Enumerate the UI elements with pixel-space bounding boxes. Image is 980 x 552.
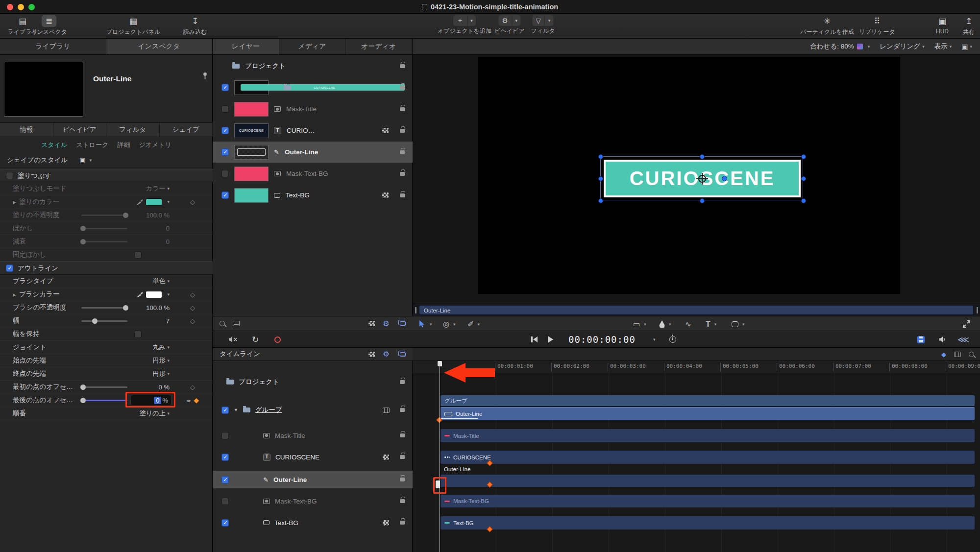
layer-row-mask-title[interactable]: Mask-Title — [213, 98, 413, 120]
fill-color-swatch[interactable] — [146, 198, 162, 206]
track-bar-text-bg[interactable]: Text-BG — [441, 516, 975, 529]
layer-visibility-checkbox[interactable] — [221, 476, 229, 483]
blend-column-icon[interactable] — [368, 320, 375, 327]
fill-mode-dropdown[interactable]: カラー▾ — [146, 184, 172, 193]
search-icon[interactable] — [220, 321, 225, 326]
end-cap-dropdown[interactable]: 円形▾ — [152, 369, 172, 378]
layer-row-text-bg[interactable]: Text-BG — [213, 185, 413, 206]
timeline-project-row[interactable]: プロジェクト — [213, 375, 413, 389]
adjust-tool[interactable]: ✐▾ — [467, 316, 480, 332]
track-bar-outer-line[interactable] — [441, 475, 975, 487]
subtab-style[interactable]: スタイル — [41, 141, 67, 149]
selection-handle[interactable] — [598, 198, 603, 203]
layers-column-icon[interactable] — [400, 352, 406, 357]
joint-dropdown[interactable]: 丸み▾ — [152, 343, 172, 352]
timeline-row-mask-text-bg[interactable]: Mask-Text-BG — [213, 493, 413, 509]
mute-button[interactable] — [228, 331, 238, 348]
view-dropdown[interactable]: 表示▾ — [934, 42, 952, 51]
tab-inspector[interactable]: インスペクタ — [106, 39, 213, 54]
lock-icon[interactable] — [400, 193, 405, 197]
width-slider[interactable] — [81, 320, 130, 322]
zoom-fit-dropdown[interactable]: 合わせる: 80%▾ — [810, 42, 870, 51]
start-cap-dropdown[interactable]: 円形▾ — [152, 356, 172, 365]
fill-opacity-slider[interactable] — [81, 215, 130, 216]
playhead-handle[interactable] — [438, 361, 442, 366]
layer-row-mask-text-bg[interactable]: Mask-Text-BG — [213, 163, 413, 184]
last-point-offset-animation-menu[interactable]: ◂▸ ◆ — [172, 396, 213, 404]
first-point-offset-slider[interactable] — [81, 386, 130, 388]
layer-visibility-checkbox[interactable] — [221, 170, 229, 177]
timeline-tracks-area[interactable]: グループ Outer-Line Mask-Title CURIOSCENE Ou… — [413, 373, 980, 552]
layer-row-outer-line[interactable]: ✎ Outer-Line — [213, 142, 413, 163]
layer-visibility-checkbox[interactable] — [221, 84, 229, 91]
hud-button[interactable]: ▣HUD — [936, 15, 949, 35]
transform-tool[interactable]: ◎▾ — [443, 316, 456, 332]
keyframes-toggle-icon[interactable]: ◆ — [941, 351, 946, 358]
disclosure-icon[interactable]: ▶ — [13, 200, 16, 205]
panel-toggle-icon[interactable] — [233, 321, 240, 326]
eyedropper-icon[interactable] — [136, 199, 143, 205]
shape-style-dropdown[interactable]: ▣▾ — [79, 156, 92, 164]
layers-column-icon[interactable] — [400, 321, 406, 326]
current-timecode[interactable]: 00:00:00:00 — [568, 331, 636, 348]
track-bar-group[interactable]: グループ — [441, 395, 975, 406]
preserve-width-checkbox[interactable] — [134, 331, 142, 338]
project-panel-button[interactable]: ▦プロジェクトパネル — [106, 15, 161, 36]
lock-icon[interactable] — [400, 433, 405, 437]
shape-tool[interactable]: ▾ — [732, 316, 745, 332]
make-particles-button[interactable]: ✳パーティクルを作成 — [800, 15, 854, 36]
layer-visibility-checkbox[interactable] — [221, 498, 229, 505]
film-icon[interactable] — [383, 408, 390, 413]
lock-icon[interactable] — [400, 521, 405, 525]
timecode-menu[interactable]: ▾ — [651, 331, 656, 348]
selection-handle[interactable] — [801, 198, 806, 203]
fullscreen-button[interactable] — [963, 316, 970, 332]
brush-opacity-animation-menu[interactable]: ◇ — [172, 304, 213, 312]
selection-bounding-box[interactable]: CURIOSCENE — [600, 156, 803, 200]
brush-color-animation-menu[interactable]: ◇ — [172, 291, 213, 298]
keyframe-nav-icon[interactable]: ◂▸ — [186, 398, 191, 403]
lock-icon[interactable] — [400, 86, 405, 90]
lock-icon[interactable] — [400, 455, 405, 459]
lock-icon[interactable] — [400, 499, 405, 503]
track-bar-mask-title[interactable]: Mask-Title — [441, 429, 975, 442]
view-layout-dropdown[interactable]: ▣▾ — [961, 43, 972, 50]
playhead[interactable] — [440, 361, 440, 552]
blend-icon[interactable] — [382, 192, 389, 198]
filters-button[interactable]: ▽▼ フィルタ — [531, 15, 555, 35]
share-button[interactable]: ↥共有 — [963, 15, 975, 36]
timebar-end-marker[interactable] — [977, 307, 978, 313]
zoom-timeline-icon[interactable] — [969, 352, 974, 357]
tab-info[interactable]: 情報 — [0, 123, 53, 137]
rectangle-tool[interactable]: ▭▾ — [633, 316, 646, 332]
selection-handle[interactable] — [700, 198, 705, 203]
tab-shape[interactable]: シェイプ — [160, 123, 213, 137]
loop-button[interactable]: ↻ — [252, 331, 259, 348]
selection-handle[interactable] — [598, 176, 603, 181]
paint-stroke-tool[interactable]: ∿ — [685, 316, 691, 332]
project-row[interactable]: プロジェクト — [213, 59, 413, 73]
mini-timebar-region[interactable]: Outer-Line — [419, 306, 973, 314]
lock-icon[interactable] — [400, 478, 405, 481]
behaviors-button[interactable]: ⚙▼ ビヘイビア — [494, 15, 524, 35]
feather-slider[interactable] — [81, 228, 130, 229]
lock-icon[interactable] — [400, 380, 405, 384]
order-dropdown[interactable]: 塗りの上▾ — [140, 409, 172, 418]
select-tool[interactable]: ▾ — [418, 316, 432, 332]
lock-icon[interactable] — [400, 64, 405, 68]
gear-icon[interactable]: ⚙ — [383, 319, 390, 328]
rendering-dropdown[interactable]: レンダリング▾ — [880, 42, 924, 51]
selection-handle[interactable] — [598, 154, 603, 159]
selection-handle[interactable] — [801, 176, 806, 181]
layer-visibility-checkbox[interactable] — [221, 192, 229, 199]
layer-visibility-checkbox[interactable] — [221, 105, 229, 113]
blend-column-icon[interactable] — [368, 351, 375, 358]
import-button[interactable]: ↧読み込む — [183, 15, 207, 36]
width-animation-menu[interactable]: ◇ — [172, 317, 213, 325]
eyedropper-icon[interactable] — [136, 291, 143, 298]
subtab-stroke[interactable]: ストローク — [76, 141, 108, 149]
lock-icon[interactable] — [400, 408, 405, 412]
brush-color-swatch[interactable] — [146, 291, 162, 298]
lock-icon[interactable] — [400, 107, 405, 111]
first-point-offset-animation-menu[interactable]: ◇ — [172, 384, 213, 391]
